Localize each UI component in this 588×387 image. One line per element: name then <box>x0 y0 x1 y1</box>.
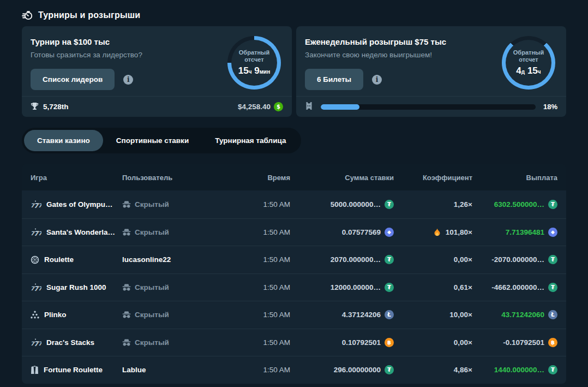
slots-game-icon: 777 <box>31 228 41 236</box>
trophy-icon <box>31 102 39 112</box>
bet-time: 1:50 AM <box>263 200 290 209</box>
promo-cards: Турнир на $100 тыс Готовы сразиться за л… <box>22 26 566 117</box>
bet-multiplier: 0,61× <box>454 283 472 291</box>
bet-payout: 1440.000000… <box>494 366 544 374</box>
table-row[interactable]: 777Drac's StacksСкрытый1:50 AM0.10792501… <box>22 329 566 356</box>
bet-multiplier: 1,26× <box>454 200 472 209</box>
tether-coin-icon: ₮ <box>385 283 394 292</box>
bet-amount: 4.37124206 <box>342 311 381 319</box>
tournament-card-footer: 5,728th $4,258.40 $ <box>22 96 292 117</box>
bet-payout: 7.71396481 <box>506 228 544 236</box>
bets-tabs: Ставки казиноСпортивные ставкиТурнирная … <box>22 128 301 153</box>
bet-time: 1:50 AM <box>263 255 290 264</box>
bet-time: 1:50 AM <box>263 338 290 347</box>
game-name: Roulette <box>44 255 74 264</box>
tournament-rank: 5,728th <box>43 103 69 111</box>
page-header: Турниры и розыгрыши <box>22 7 566 24</box>
game-name: Plinko <box>44 311 67 319</box>
tournament-card-main: Турнир на $100 тыс Готовы сразиться за л… <box>22 26 292 96</box>
countdown-value: 15ч 9мин <box>238 65 271 76</box>
tournament-title: Турнир на $100 тыс <box>31 37 142 46</box>
bet-amount: 0.10792501 <box>342 338 381 347</box>
bitcoin-coin-icon: ฿ <box>548 338 557 347</box>
countdown-value: 4д 15ч <box>516 65 541 76</box>
username-hidden: Скрытый <box>135 283 169 291</box>
username[interactable]: lucasonline22 <box>122 255 171 264</box>
table-row[interactable]: Fortune RouletteLablue1:50 AM296.0000000… <box>22 356 566 384</box>
game-name: Fortune Roulette <box>44 366 103 374</box>
column-header: Пользователь <box>122 174 231 182</box>
countdown-label: отсчет <box>519 56 538 64</box>
countdown-ring: Обратный отсчет 4д 15ч <box>502 36 555 90</box>
bet-payout: 6302.500000… <box>494 200 544 209</box>
table-row[interactable]: Roulettelucasonline221:50 AM2070.000000…… <box>22 246 566 273</box>
incognito-icon <box>122 229 131 236</box>
tether-coin-icon: ₮ <box>385 200 394 209</box>
svg-text:7: 7 <box>38 285 41 291</box>
table-row[interactable]: 777Gates of Olympu…Скрытый1:50 AM5000.00… <box>22 190 566 218</box>
table-row[interactable]: PlinkoСкрытый1:50 AM4.37124206Ł10,00×43.… <box>22 301 566 329</box>
ethereum-coin-icon: ◆ <box>385 228 394 237</box>
bet-amount: 5000.000000… <box>331 200 381 209</box>
bet-payout: 43.71242060 <box>501 311 544 319</box>
tournament-prize: $4,258.40 <box>238 103 271 111</box>
tab-1[interactable]: Спортивные ставки <box>103 130 202 151</box>
tether-coin-icon: ₮ <box>385 255 394 264</box>
info-icon[interactable]: i <box>123 75 133 85</box>
raffle-subtitle: Закончите свою неделю выигрышем! <box>305 51 446 59</box>
bet-amount: 12000.00000… <box>331 283 381 291</box>
bets-table-body: 777Gates of Olympu…Скрытый1:50 AM5000.00… <box>22 190 566 384</box>
litecoin-coin-icon: Ł <box>385 310 394 319</box>
svg-text:7: 7 <box>38 341 41 347</box>
slots-game-icon: 777 <box>31 338 41 347</box>
username-hidden: Скрытый <box>135 311 169 319</box>
tickets-button[interactable]: 6 Билеты <box>305 69 363 90</box>
bet-amount: 2070.000000… <box>331 255 381 264</box>
slots-game-icon: 777 <box>31 200 41 209</box>
bet-payout: -2070.000000… <box>491 255 544 264</box>
bet-time: 1:50 AM <box>263 311 290 319</box>
username[interactable]: Lablue <box>122 366 146 374</box>
bet-amount: 0.07577569 <box>342 228 381 236</box>
column-header: Выплата <box>472 174 557 182</box>
bet-multiplier: 0,00× <box>454 255 472 264</box>
username-hidden: Скрытый <box>135 338 169 347</box>
countdown-ring: Обратный отсчет 15ч 9мин <box>227 36 281 90</box>
username-hidden: Скрытый <box>135 228 169 236</box>
bet-time: 1:50 AM <box>263 283 290 291</box>
ticket-icon <box>305 102 313 112</box>
game-name: Santa's Wonderla… <box>46 228 115 236</box>
tab-0[interactable]: Ставки казино <box>24 130 103 151</box>
dollar-coin-icon: $ <box>274 102 283 111</box>
litecoin-coin-icon: Ł <box>548 310 557 319</box>
tab-2[interactable]: Турнирная таблица <box>202 130 299 151</box>
countdown-label: Обратный <box>239 49 269 57</box>
stopwatch-icon <box>22 10 33 21</box>
info-icon[interactable]: i <box>372 75 382 85</box>
bet-amount: 296.00000000 <box>334 366 381 374</box>
bet-payout: -0.10792501 <box>503 338 544 347</box>
tether-coin-icon: ₮ <box>548 200 557 209</box>
bet-multiplier: 4,86× <box>454 366 472 374</box>
table-row[interactable]: 777Sugar Rush 1000Скрытый1:50 AM12000.00… <box>22 273 566 301</box>
column-header: Время <box>231 174 290 182</box>
tournament-subtitle: Готовы сразиться за лидерство? <box>31 51 142 59</box>
game-name: Drac's Stacks <box>46 338 94 347</box>
bet-time: 1:50 AM <box>263 366 290 374</box>
countdown-label: отсчет <box>244 56 263 64</box>
bets-table-header: ИграПользовательВремяСумма ставкиКоэффиц… <box>22 164 566 190</box>
bet-payout: -4662.000000… <box>491 283 544 291</box>
raffle-card-main: Еженедельный розыгрыш $75 тыс Закончите … <box>296 26 566 96</box>
game-name: Sugar Rush 1000 <box>46 283 106 291</box>
svg-text:7: 7 <box>38 230 41 236</box>
column-header: Коэффициент <box>394 174 472 182</box>
leaderboard-button[interactable]: Список лидеров <box>31 69 115 90</box>
flame-icon <box>434 228 441 236</box>
tether-coin-icon: ₮ <box>548 365 557 374</box>
tether-coin-icon: ₮ <box>548 255 557 264</box>
bet-multiplier: 101,80× <box>446 228 472 236</box>
bet-time: 1:50 AM <box>263 228 290 236</box>
table-row[interactable]: 777Santa's Wonderla…Скрытый1:50 AM0.0757… <box>22 218 566 246</box>
tournament-card: Турнир на $100 тыс Готовы сразиться за л… <box>22 26 292 117</box>
roulette-game-icon <box>31 255 39 264</box>
